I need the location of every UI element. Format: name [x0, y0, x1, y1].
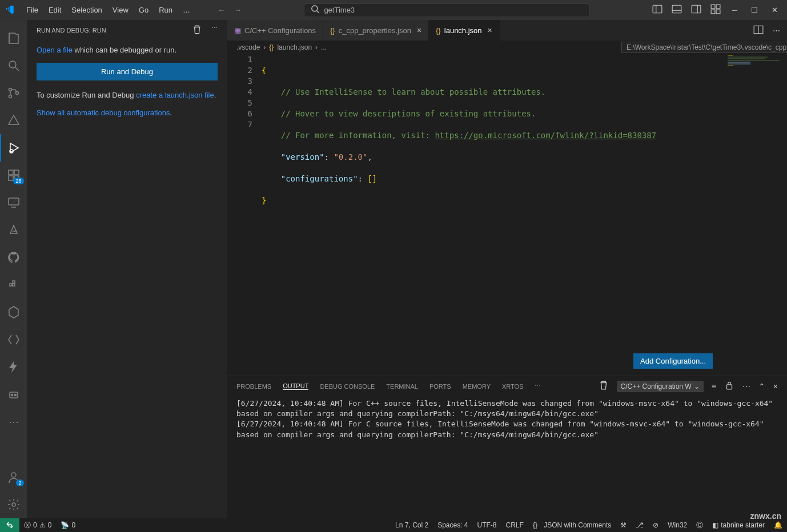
tab-close-icon[interactable]: ×	[417, 26, 421, 34]
customize-layout-icon[interactable]	[710, 4, 721, 16]
extensions-icon[interactable]: 28	[0, 162, 27, 189]
add-configuration-button[interactable]: Add Configuration...	[633, 353, 713, 369]
filter-icon[interactable]: ≡	[712, 382, 716, 391]
robot-icon[interactable]	[0, 381, 27, 408]
svg-point-28	[11, 394, 13, 396]
toggle-primary-sidebar-icon[interactable]	[652, 4, 662, 16]
panel-tab-debug-console[interactable]: DEBUG CONSOLE	[320, 383, 375, 390]
trash-icon[interactable]	[192, 25, 202, 36]
panel-tab-memory[interactable]: MEMORY	[463, 383, 491, 390]
line-gutter: 1 2 3 4 5 6 7	[227, 54, 262, 376]
toggle-secondary-sidebar-icon[interactable]	[691, 4, 701, 16]
split-editor-icon[interactable]	[753, 25, 764, 37]
status-eol[interactable]: CRLF	[501, 521, 528, 529]
menu-selection[interactable]: Selection	[67, 3, 106, 17]
close-icon[interactable]: ✕	[772, 6, 778, 14]
menu-file[interactable]: File	[22, 3, 43, 17]
menu-view[interactable]: View	[108, 3, 133, 17]
explorer-icon[interactable]	[0, 25, 27, 52]
panel-tab-terminal[interactable]: TERMINAL	[386, 383, 418, 390]
status-language[interactable]: {} JSON with Comments	[528, 521, 616, 529]
accounts-icon[interactable]: 2	[0, 464, 27, 491]
breadcrumb-file[interactable]: launch.json	[277, 43, 312, 51]
search-icon[interactable]	[0, 52, 27, 79]
code-lines[interactable]: { // Use IntelliSense to learn about pos…	[262, 54, 787, 376]
open-file-link[interactable]: Open a file	[37, 46, 73, 54]
menu-more[interactable]: …	[178, 3, 195, 17]
tab-close-icon[interactable]: ×	[488, 26, 492, 34]
maximize-panel-icon[interactable]: ⌃	[758, 382, 765, 391]
cmake-icon[interactable]	[0, 107, 27, 134]
status-encoding[interactable]: UTF-8	[473, 521, 501, 529]
breadcrumb-folder[interactable]: .vscode	[236, 43, 260, 51]
clear-output-icon[interactable]	[599, 380, 609, 392]
json-icon: {}	[330, 26, 335, 35]
status-ln-col[interactable]: Ln 7, Col 2	[391, 521, 433, 529]
editor-area: ▦ C/C++ Configurations {} c_cpp_properti…	[227, 20, 787, 518]
close-panel-icon[interactable]: ×	[773, 382, 778, 391]
remote-explorer-icon[interactable]	[0, 189, 27, 216]
panel-tab-output[interactable]: OUTPUT	[283, 382, 308, 390]
panel-tab-more-icon[interactable]: ⋯	[535, 382, 541, 390]
lock-icon[interactable]	[724, 380, 734, 392]
minimap[interactable]	[724, 54, 787, 376]
status-ports[interactable]: 📡0	[56, 521, 80, 529]
status-c-icon[interactable]: Ⓒ	[692, 521, 708, 530]
nav-back-icon[interactable]: ←	[218, 6, 225, 14]
status-tabnine[interactable]: ◧ tabnine starter	[708, 521, 769, 529]
tab-label: c_cpp_properties.json	[339, 26, 411, 35]
breadcrumb-more[interactable]: ...	[321, 43, 327, 51]
minimize-icon[interactable]: ─	[732, 6, 737, 14]
menu-go[interactable]: Go	[134, 3, 153, 17]
menu-run[interactable]: Run	[154, 3, 177, 17]
breadcrumbs[interactable]: .vscode › {} launch.json › ... E:\WorkSp…	[227, 41, 787, 54]
maximize-icon[interactable]: ☐	[751, 6, 758, 14]
chevron-down-icon: ⌄	[694, 382, 700, 390]
status-no-sync-icon[interactable]: ⊘	[648, 521, 663, 529]
tab-c-cpp-properties[interactable]: {} c_cpp_properties.json ×	[323, 20, 429, 41]
status-errors[interactable]: ⓧ0 ⚠0	[19, 521, 56, 530]
status-bar: ⓧ0 ⚠0 📡0 Ln 7, Col 2 Spaces: 4 UTF-8 CRL…	[0, 518, 787, 532]
toggle-panel-icon[interactable]	[672, 4, 682, 16]
svg-rect-9	[716, 5, 720, 9]
nav-forward-icon[interactable]: →	[234, 6, 242, 14]
panel-tab-xrtos[interactable]: XRTOS	[502, 383, 524, 390]
output-content[interactable]: [6/27/2024, 10:40:48 AM] For C++ source …	[227, 396, 787, 518]
panel-more-icon[interactable]: ⋯	[211, 25, 218, 36]
status-git-icon[interactable]: ⎇	[631, 521, 648, 529]
menu-edit[interactable]: Edit	[44, 3, 66, 17]
svg-rect-22	[9, 198, 19, 205]
remote-indicator[interactable]	[0, 518, 19, 532]
run-debug-button[interactable]: Run and Debug	[37, 63, 218, 80]
output-channel-dropdown[interactable]: C/C++ Configuration W ⌄	[617, 381, 704, 392]
source-control-icon[interactable]	[0, 79, 27, 107]
status-build-icon[interactable]: ⚒	[616, 521, 631, 529]
show-all-link[interactable]: Show all automatic debug configurations	[37, 108, 170, 117]
bracket-icon[interactable]	[0, 326, 27, 353]
code-editor[interactable]: 1 2 3 4 5 6 7 { // Use IntelliSense to l…	[227, 54, 787, 376]
tab-actions: ⋯	[746, 20, 787, 41]
docker-icon[interactable]	[0, 271, 27, 299]
status-bell-icon[interactable]: 🔔	[769, 521, 787, 529]
settings-icon[interactable]	[0, 491, 27, 518]
editor-more-icon[interactable]: ⋯	[773, 26, 780, 35]
panel-tab-ports[interactable]: PORTS	[429, 383, 451, 390]
bolt-icon[interactable]	[0, 353, 27, 381]
panel-more-icon[interactable]: ⋯	[742, 382, 750, 391]
tab-c-cpp-config[interactable]: ▦ C/C++ Configurations	[227, 20, 323, 41]
tab-launch-json[interactable]: {} launch.json ×	[429, 20, 500, 41]
svg-point-12	[9, 61, 16, 68]
line-number: 2	[227, 65, 252, 76]
github-icon[interactable]	[0, 244, 27, 271]
azure-icon[interactable]	[0, 216, 27, 244]
panel-tab-problems[interactable]: PROBLEMS	[236, 383, 271, 390]
more-icon[interactable]: ⋯	[0, 408, 27, 436]
hexagon-icon[interactable]	[0, 299, 27, 326]
status-spaces[interactable]: Spaces: 4	[433, 521, 472, 529]
status-platform[interactable]: Win32	[663, 521, 692, 529]
svg-rect-26	[13, 281, 15, 283]
run-debug-icon[interactable]	[0, 134, 27, 162]
create-launch-link[interactable]: create a launch.json file	[136, 91, 214, 99]
line-number: 6	[227, 108, 252, 119]
search-input[interactable]: getTime3	[304, 3, 589, 17]
